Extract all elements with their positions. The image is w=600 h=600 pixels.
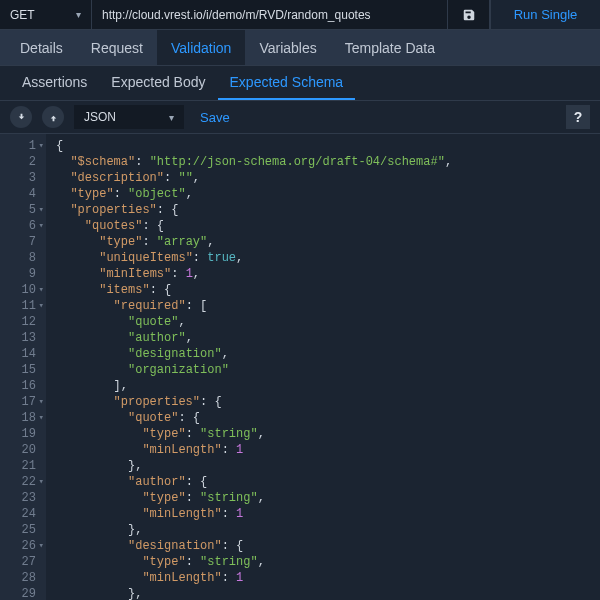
secondary-tabs: AssertionsExpected BodyExpected Schema bbox=[0, 66, 600, 100]
subtab-assertions[interactable]: Assertions bbox=[10, 66, 99, 100]
save-button[interactable] bbox=[448, 0, 490, 29]
upload-button[interactable] bbox=[42, 106, 64, 128]
save-icon bbox=[462, 8, 476, 22]
request-top-bar: GET ▾ Run Single bbox=[0, 0, 600, 30]
tab-details[interactable]: Details bbox=[6, 30, 77, 65]
arrow-down-icon bbox=[16, 112, 27, 123]
subtab-expected-body[interactable]: Expected Body bbox=[99, 66, 217, 100]
url-input[interactable] bbox=[92, 0, 448, 29]
tab-request[interactable]: Request bbox=[77, 30, 157, 65]
arrow-up-icon bbox=[48, 112, 59, 123]
format-value: JSON bbox=[84, 110, 116, 124]
editor-gutter: 1234567891011121314151617181920212223242… bbox=[0, 134, 46, 600]
tab-validation[interactable]: Validation bbox=[157, 30, 245, 65]
http-method-value: GET bbox=[10, 8, 35, 22]
download-button[interactable] bbox=[10, 106, 32, 128]
subtab-expected-schema[interactable]: Expected Schema bbox=[218, 66, 356, 100]
primary-tabs: DetailsRequestValidationVariablesTemplat… bbox=[0, 30, 600, 66]
editor-code: { "$schema": "http://json-schema.org/dra… bbox=[46, 134, 452, 600]
run-single-label: Run Single bbox=[514, 7, 578, 22]
format-select[interactable]: JSON ▾ bbox=[74, 105, 184, 129]
code-editor[interactable]: 1234567891011121314151617181920212223242… bbox=[0, 134, 600, 600]
schema-toolbar: JSON ▾ Save ? bbox=[0, 100, 600, 134]
tab-variables[interactable]: Variables bbox=[245, 30, 330, 65]
run-single-button[interactable]: Run Single bbox=[490, 0, 600, 29]
http-method-select[interactable]: GET ▾ bbox=[0, 0, 92, 29]
chevron-down-icon: ▾ bbox=[169, 112, 174, 123]
help-button[interactable]: ? bbox=[566, 105, 590, 129]
tab-template-data[interactable]: Template Data bbox=[331, 30, 449, 65]
chevron-down-icon: ▾ bbox=[76, 9, 81, 20]
save-link[interactable]: Save bbox=[200, 110, 230, 125]
